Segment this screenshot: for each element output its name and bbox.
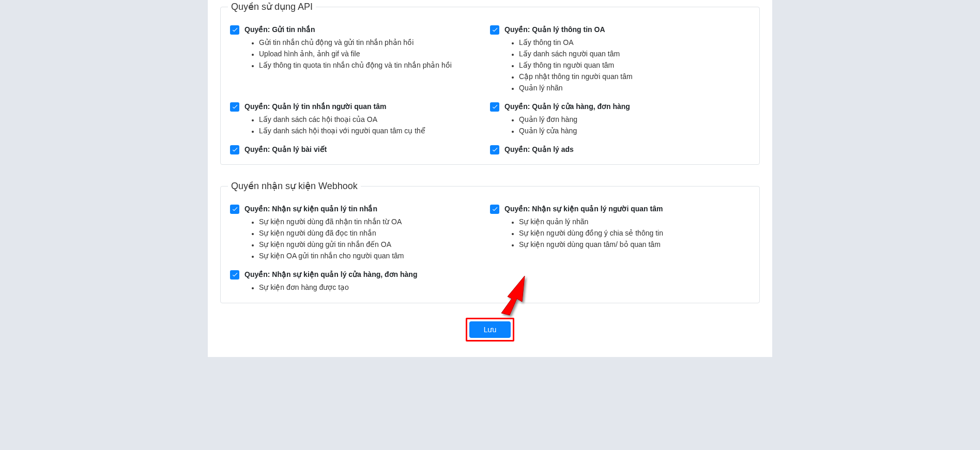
webhook-legend: Quyền nhận sự kiện Webhook [228, 179, 361, 193]
checkbox-webhook-msg[interactable] [230, 205, 239, 214]
api-row-1: Quyền: Gửi tin nhắn Gửi tin nhắn chủ độn… [230, 17, 750, 94]
check-icon [492, 146, 498, 153]
perm-item: Sự kiện người dùng đã nhận tin nhắn từ O… [259, 216, 484, 227]
perm-list: Sự kiện người dùng đã nhận tin nhắn từ O… [255, 216, 484, 261]
checkbox-shop-orders[interactable] [490, 102, 499, 112]
perm-list: Sự kiện đơn hàng được tạo [255, 282, 484, 293]
perm-list: Sự kiện quản lý nhãn Sự kiện người dùng … [515, 216, 744, 250]
checkbox-send-message[interactable] [230, 25, 239, 35]
check-icon [232, 146, 238, 153]
webhook-row-1: Quyền: Nhận sự kiện quản lý tin nhắn Sự … [230, 196, 750, 262]
perm-item: Sự kiện người dùng gửi tin nhắn đến OA [259, 239, 484, 250]
perm-title: Quyền: Quản lý ads [504, 144, 574, 155]
perm-list: Quản lý đơn hàng Quản lý cửa hàng [515, 114, 744, 136]
perm-item: Lấy thông tin OA [519, 37, 744, 48]
actions-bar: Lưu [220, 318, 760, 342]
perm-item: Cập nhật thông tin người quan tâm [519, 71, 744, 82]
perm-block-webhook-shop: Quyền: Nhận sự kiện quản lý cửa hàng, đơ… [230, 269, 484, 293]
webhook-row-2: Quyền: Nhận sự kiện quản lý cửa hàng, đơ… [230, 262, 750, 293]
perm-item: Gửi tin nhắn chủ động và gửi tin nhắn ph… [259, 37, 484, 48]
perm-title: Quyền: Quản lý thông tin OA [504, 24, 605, 35]
check-icon [492, 206, 498, 212]
check-icon [492, 103, 498, 110]
perm-title: Quyền: Nhận sự kiện quản lý cửa hàng, đơ… [244, 269, 417, 280]
save-highlight-box: Lưu [466, 318, 514, 342]
checkbox-oa-info[interactable] [490, 25, 499, 35]
perm-block-ads: Quyền: Quản lý ads [490, 144, 744, 155]
check-icon [232, 103, 238, 110]
checkbox-webhook-follower[interactable] [490, 205, 499, 214]
perm-item: Lấy danh sách người quan tâm [519, 49, 744, 59]
api-permissions-fieldset: Quyền sử dụng API Quyền: Gửi tin nhắn Gử… [220, 0, 760, 165]
perm-list: Lấy thông tin OA Lấy danh sách người qua… [515, 37, 744, 94]
perm-item: Quản lý cửa hàng [519, 126, 744, 136]
perm-item: Sự kiện người dùng đồng ý chia sẻ thông … [519, 228, 744, 239]
perm-item: Sự kiện quản lý nhãn [519, 216, 744, 227]
perm-title: Quyền: Quản lý cửa hàng, đơn hàng [504, 101, 630, 112]
perm-item: Sự kiện OA gửi tin nhắn cho người quan t… [259, 251, 484, 261]
perm-item: Lấy danh sách hội thoại với người quan t… [259, 126, 484, 136]
api-row-2: Quyền: Quản lý tin nhắn người quan tâm L… [230, 94, 750, 137]
checkbox-follower-msg[interactable] [230, 102, 239, 112]
api-legend: Quyền sử dụng API [228, 0, 316, 14]
perm-item: Quản lý nhãn [519, 83, 744, 94]
perm-item: Sự kiện đơn hàng được tạo [259, 282, 484, 293]
perm-item: Lấy thông tin quota tin nhắn chủ động và… [259, 60, 484, 71]
perm-block-articles: Quyền: Quản lý bài viết [230, 144, 484, 155]
perm-title: Quyền: Quản lý bài viết [244, 144, 327, 155]
perm-block-shop-orders: Quyền: Quản lý cửa hàng, đơn hàng Quản l… [490, 101, 744, 136]
perm-list: Lấy danh sách các hội thoại của OA Lấy d… [255, 114, 484, 136]
api-row-3: Quyền: Quản lý bài viết Quyền: Quản lý a… [230, 137, 750, 155]
check-icon [232, 206, 238, 212]
webhook-permissions-fieldset: Quyền nhận sự kiện Webhook Quyền: Nhận s… [220, 179, 760, 303]
perm-item: Lấy danh sách các hội thoại của OA [259, 114, 484, 125]
perm-block-webhook-follower: Quyền: Nhận sự kiện quản lý người quan t… [490, 204, 744, 250]
perm-item: Sự kiện người dùng đã đọc tin nhắn [259, 228, 484, 239]
perm-block-webhook-msg: Quyền: Nhận sự kiện quản lý tin nhắn Sự … [230, 204, 484, 261]
checkbox-articles[interactable] [230, 145, 239, 154]
perm-title: Quyền: Gửi tin nhắn [244, 24, 315, 35]
perm-item: Upload hình ảnh, ảnh gif và file [259, 49, 484, 59]
perm-item: Quản lý đơn hàng [519, 114, 744, 125]
perm-title: Quyền: Nhận sự kiện quản lý người quan t… [504, 204, 663, 214]
perm-block-send-message: Quyền: Gửi tin nhắn Gửi tin nhắn chủ độn… [230, 24, 484, 71]
perm-title: Quyền: Quản lý tin nhắn người quan tâm [244, 101, 386, 112]
save-button[interactable]: Lưu [469, 321, 511, 338]
perm-title: Quyền: Nhận sự kiện quản lý tin nhắn [244, 204, 377, 214]
perm-list: Gửi tin nhắn chủ động và gửi tin nhắn ph… [255, 37, 484, 71]
check-icon [232, 271, 238, 278]
perm-item: Lấy thông tin người quan tâm [519, 60, 744, 71]
perm-item: Sự kiện người dùng quan tâm/ bỏ quan tâm [519, 239, 744, 250]
check-icon [492, 26, 498, 33]
perm-block-follower-msg: Quyền: Quản lý tin nhắn người quan tâm L… [230, 101, 484, 136]
perm-block-oa-info: Quyền: Quản lý thông tin OA Lấy thông ti… [490, 24, 744, 94]
checkbox-ads[interactable] [490, 145, 499, 154]
check-icon [232, 26, 238, 33]
main-panel: Quyền sử dụng API Quyền: Gửi tin nhắn Gử… [208, 0, 772, 357]
checkbox-webhook-shop[interactable] [230, 270, 239, 280]
